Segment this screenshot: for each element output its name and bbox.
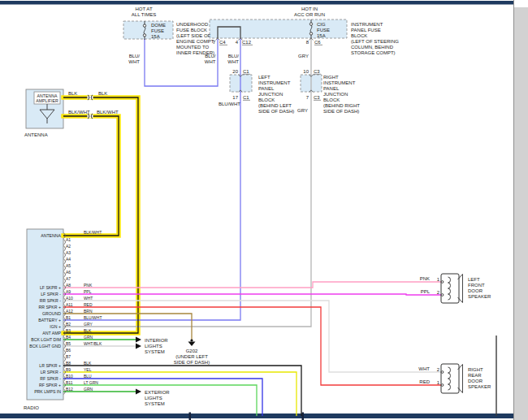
svg-text:(BEHIND LEFT: (BEHIND LEFT (258, 103, 292, 108)
svg-text:SYSTEM: SYSTEM (145, 401, 165, 406)
svg-text:A1: A1 (66, 237, 71, 242)
ground-labels: G202 (UNDER LEFT SIDE OF DASH) (174, 349, 210, 365)
svg-text:WHT/BLK: WHT/BLK (84, 341, 102, 346)
radio-label: RADIO (24, 405, 39, 410)
svg-text:B9: B9 (66, 367, 71, 372)
dome-fuse-label: DOME (151, 23, 166, 28)
svg-text:SIDE OF DASH): SIDE OF DASH) (174, 360, 210, 365)
connector-id: C3 (314, 69, 320, 74)
arrow-interior-lights (136, 344, 141, 349)
svg-text:LR SPKR -: LR SPKR - (41, 370, 62, 375)
wire-ppl-lf-spkr[interactable] (63, 294, 441, 295)
svg-text:DOOR: DOOR (468, 379, 483, 383)
wire-color-label: GRY (297, 108, 308, 113)
svg-text:FUSE BLOCK: FUSE BLOCK (176, 28, 207, 32)
wire-color-label: PNK (420, 276, 430, 281)
svg-text:A6: A6 (66, 270, 71, 275)
svg-text:LR SPKR +: LR SPKR + (39, 363, 61, 368)
speaker-pin: 2 (437, 290, 440, 295)
scrollbar-top-button[interactable] (514, 0, 528, 7)
svg-text:A2: A2 (66, 244, 71, 249)
radio-wire-color-labels: BLK/WHT PNK PPL WHT RED BRN BLU/WHT GRY … (84, 230, 102, 392)
svg-text:BLK/WHT: BLK/WHT (84, 230, 102, 235)
connector-id: C4 (219, 40, 226, 45)
svg-text:A11: A11 (66, 302, 73, 307)
svg-text:BLK: BLK (84, 361, 92, 366)
svg-text:BLU/: BLU/ (228, 54, 240, 58)
bottom-bar-tick (189, 413, 192, 420)
svg-text:UNDERHOOD: UNDERHOOD (176, 22, 209, 27)
hot-in-label: HOT IN (301, 6, 318, 11)
arrow-interior-lights (136, 337, 141, 343)
wire-blkwht-antenna[interactable] (63, 116, 119, 236)
svg-text:LEFT: LEFT (468, 277, 480, 282)
connector-pin: 20 (232, 69, 238, 74)
wire-blk-ant-amp[interactable] (63, 97, 138, 333)
svg-text:BLU/WHT: BLU/WHT (84, 315, 102, 320)
right-rear-door-speaker-icon (441, 364, 463, 393)
wire-wht-rr-spkr[interactable] (63, 301, 441, 372)
svg-text:BLK: BLK (84, 328, 92, 333)
hot-at-label: HOT AT (135, 6, 152, 11)
connector-id: C6 (314, 40, 321, 45)
svg-text:PANEL: PANEL (258, 86, 275, 91)
svg-text:SPEAKER: SPEAKER (468, 384, 491, 389)
feed-wire-labels: BLU/ WHT BLU/ WHT BLU/ WHT GRY (128, 54, 309, 64)
svg-text:SPEAKER: SPEAKER (468, 294, 491, 299)
wire-color-label: BLU/WHT (219, 102, 240, 106)
svg-text:RIGHT: RIGHT (468, 367, 483, 372)
svg-text:WHT: WHT (227, 59, 239, 64)
svg-text:B4: B4 (66, 335, 71, 340)
svg-text:A8: A8 (66, 283, 71, 288)
svg-text:LF SKPR +: LF SKPR + (40, 285, 61, 290)
svg-text:GROUND: GROUND (42, 311, 61, 316)
svg-text:A4: A4 (66, 257, 71, 262)
wire-bluwht-battery-b1[interactable] (63, 38, 240, 320)
svg-text:A5: A5 (66, 263, 71, 268)
dome-fuse-label: 15A (151, 34, 160, 39)
svg-text:EXTERIOR: EXTERIOR (145, 390, 170, 395)
wiring-diagram-canvas: HOT AT ALL TIMES DOME FUSE 15A UNDERHOOD… (0, 0, 528, 420)
svg-text:LEFT: LEFT (258, 75, 270, 80)
wire-color-label: BLK/WHT (68, 110, 90, 115)
svg-text:BLU/: BLU/ (205, 54, 216, 58)
svg-text:ENGINE COMPT,: ENGINE COMPT, (176, 39, 215, 44)
connector-id: C1 (243, 95, 249, 100)
cig-fuse-label: 15A (317, 33, 326, 38)
svg-text:STORAGE COMPT): STORAGE COMPT) (351, 50, 396, 55)
svg-text:SYSTEM: SYSTEM (145, 349, 165, 354)
svg-text:B2: B2 (66, 322, 71, 327)
wiring-diagram-page: HOT AT ALL TIMES DOME FUSE 15A UNDERHOOD… (0, 0, 528, 420)
wire-color-label: BLK (98, 91, 107, 96)
svg-text:B8: B8 (66, 361, 71, 366)
wire-color-label: PPL (421, 289, 431, 294)
connector-pin: 7 (213, 40, 216, 45)
svg-text:RF SPKR +: RF SPKR + (39, 383, 61, 388)
wire-pnk-lf-spkr[interactable] (63, 282, 441, 288)
svg-text:BATTERY +: BATTERY + (38, 318, 61, 323)
highlight-antenna-blkwht (63, 116, 119, 236)
svg-text:B10: B10 (66, 374, 73, 379)
svg-text:INTERIOR: INTERIOR (145, 338, 168, 343)
svg-text:GRY: GRY (298, 54, 309, 58)
svg-text:B11: B11 (66, 380, 73, 385)
svg-text:COLUMN, BEHIND: COLUMN, BEHIND (351, 45, 394, 50)
svg-text:B7: B7 (66, 354, 71, 359)
svg-text:ANT AMP: ANT AMP (42, 331, 61, 336)
svg-text:WHT: WHT (128, 59, 140, 64)
svg-text:B12: B12 (66, 387, 73, 392)
svg-text:YEL: YEL (84, 367, 92, 372)
svg-text:A3: A3 (66, 250, 71, 255)
right-scroll-gutter[interactable] (514, 0, 528, 420)
svg-text:PANEL: PANEL (323, 86, 340, 91)
dome-fuse-label: FUSE (151, 28, 164, 33)
svg-text:PANEL FUSE: PANEL FUSE (351, 28, 381, 32)
top-border-bar (0, 1, 528, 5)
wire-color-label: RED (419, 379, 430, 384)
svg-text:REAR: REAR (468, 373, 482, 378)
svg-text:JUNCTION: JUNCTION (323, 92, 348, 97)
wire-blk-lr-spkr[interactable] (63, 366, 301, 416)
svg-text:PPL: PPL (84, 289, 92, 294)
svg-text:BCK LGHT GND: BCK LGHT GND (29, 344, 61, 349)
svg-text:INSTRUMENT: INSTRUMENT (258, 80, 291, 85)
